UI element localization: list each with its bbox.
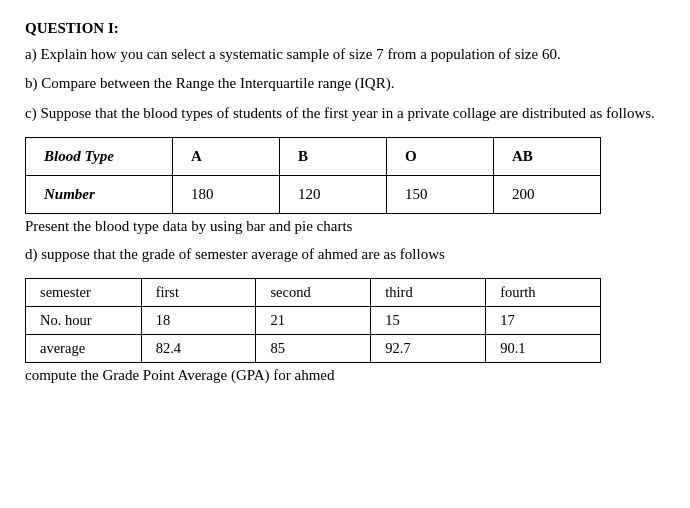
part-d-text: d) suppose that the grade of semester av… bbox=[25, 243, 665, 266]
part-a-text: a) Explain how you can select a systemat… bbox=[25, 43, 665, 66]
blood-type-table-container: Blood Type A B O AB Number 180 120 150 2… bbox=[25, 137, 665, 214]
semester-table: semester first second third fourth No. h… bbox=[25, 278, 601, 363]
blood-type-table: Blood Type A B O AB Number 180 120 150 2… bbox=[25, 137, 601, 214]
blood-type-ab-header: AB bbox=[493, 137, 600, 175]
average-first: 82.4 bbox=[141, 335, 256, 363]
semester-table-container: semester first second third fourth No. h… bbox=[25, 278, 665, 363]
semester-fourth: fourth bbox=[486, 279, 601, 307]
semester-first: first bbox=[141, 279, 256, 307]
semester-header-row: semester first second third fourth bbox=[26, 279, 601, 307]
semester-second: second bbox=[256, 279, 371, 307]
blood-b-value: 120 bbox=[280, 175, 387, 213]
average-row: average 82.4 85 92.7 90.1 bbox=[26, 335, 601, 363]
semester-label: semester bbox=[26, 279, 142, 307]
blood-type-a-header: A bbox=[173, 137, 280, 175]
blood-type-b-header: B bbox=[280, 137, 387, 175]
average-second: 85 bbox=[256, 335, 371, 363]
number-label: Number bbox=[26, 175, 173, 213]
blood-ab-value: 200 bbox=[493, 175, 600, 213]
hours-fourth: 17 bbox=[486, 307, 601, 335]
blood-type-label: Blood Type bbox=[26, 137, 173, 175]
blood-o-value: 150 bbox=[387, 175, 494, 213]
hours-third: 15 bbox=[371, 307, 486, 335]
average-label: average bbox=[26, 335, 142, 363]
average-third: 92.7 bbox=[371, 335, 486, 363]
blood-type-o-header: O bbox=[387, 137, 494, 175]
hours-row: No. hour 18 21 15 17 bbox=[26, 307, 601, 335]
average-fourth: 90.1 bbox=[486, 335, 601, 363]
blood-chart-text: Present the blood type data by using bar… bbox=[25, 218, 665, 235]
part-c-text: c) Suppose that the blood types of stude… bbox=[25, 102, 665, 125]
hours-first: 18 bbox=[141, 307, 256, 335]
semester-third: third bbox=[371, 279, 486, 307]
table-header-row: Blood Type A B O AB bbox=[26, 137, 601, 175]
table-data-row: Number 180 120 150 200 bbox=[26, 175, 601, 213]
hours-second: 21 bbox=[256, 307, 371, 335]
part-b-text: b) Compare between the Range the Interqu… bbox=[25, 72, 665, 95]
hours-label: No. hour bbox=[26, 307, 142, 335]
compute-gpa-text: compute the Grade Point Average (GPA) fo… bbox=[25, 367, 665, 384]
question-title: QUESTION I: bbox=[25, 20, 665, 37]
blood-a-value: 180 bbox=[173, 175, 280, 213]
